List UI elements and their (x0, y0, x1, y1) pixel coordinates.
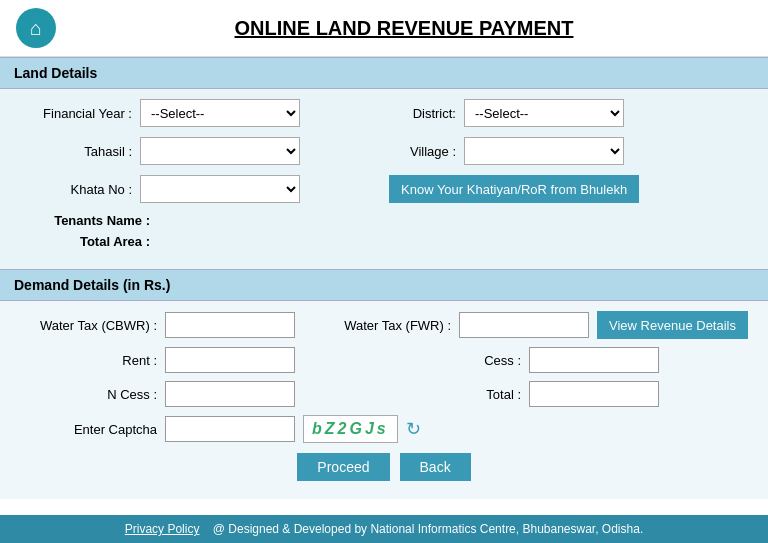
khata-col: Khata No : (20, 175, 379, 203)
demand-row-3: N Cess : Total : (20, 381, 748, 407)
land-row-2: Tahasil : Village : (20, 137, 748, 165)
cess-label: Cess : (384, 353, 529, 368)
water-tax-cbwr-input[interactable] (165, 312, 295, 338)
land-row-1: Financial Year : --Select-- District: --… (20, 99, 748, 127)
tenants-name-row: Tenants Name : (20, 213, 748, 228)
n-cess-col: N Cess : (20, 381, 384, 407)
header: ⌂ ONLINE LAND REVENUE PAYMENT (0, 0, 768, 57)
total-area-row: Total Area : (20, 234, 748, 249)
n-cess-label: N Cess : (20, 387, 165, 402)
demand-row-2: Rent : Cess : (20, 347, 748, 373)
financial-year-select[interactable]: --Select-- (140, 99, 300, 127)
rent-label: Rent : (20, 353, 165, 368)
action-row: Proceed Back (20, 453, 748, 481)
tenants-name-label: Tenants Name : (20, 213, 160, 228)
proceed-button[interactable]: Proceed (297, 453, 389, 481)
total-label: Total : (384, 387, 529, 402)
village-col: Village : (384, 137, 748, 165)
financial-year-col: Financial Year : --Select-- (20, 99, 384, 127)
district-select[interactable]: --Select-- (464, 99, 624, 127)
total-col: Total : (384, 381, 748, 407)
water-tax-fwr-input[interactable] (459, 312, 589, 338)
cess-input[interactable] (529, 347, 659, 373)
demand-row-1: Water Tax (CBWR) : Water Tax (FWR) : Vie… (20, 311, 748, 339)
captcha-label: Enter Captcha (20, 422, 165, 437)
financial-year-label: Financial Year : (20, 106, 140, 121)
view-revenue-button[interactable]: View Revenue Details (597, 311, 748, 339)
village-select[interactable] (464, 137, 624, 165)
demand-details-body: Water Tax (CBWR) : Water Tax (FWR) : Vie… (0, 301, 768, 499)
land-row-3: Khata No : Know Your Khatiyan/RoR from B… (20, 175, 748, 203)
cess-col: Cess : (384, 347, 748, 373)
n-cess-input[interactable] (165, 381, 295, 407)
total-area-label: Total Area : (20, 234, 160, 249)
demand-details-header: Demand Details (in Rs.) (0, 269, 768, 301)
land-details-body: Financial Year : --Select-- District: --… (0, 89, 768, 269)
privacy-policy-link[interactable]: Privacy Policy (125, 522, 200, 536)
captcha-image: bZ2GJs (303, 415, 398, 443)
footer-text: @ Designed & Developed by National Infor… (213, 522, 643, 536)
district-label: District: (384, 106, 464, 121)
rent-col: Rent : (20, 347, 384, 373)
total-input[interactable] (529, 381, 659, 407)
page-title: ONLINE LAND REVENUE PAYMENT (56, 17, 752, 40)
khata-label: Khata No : (20, 182, 140, 197)
rent-input[interactable] (165, 347, 295, 373)
captcha-row: Enter Captcha bZ2GJs ↻ (20, 415, 748, 443)
district-col: District: --Select-- (384, 99, 748, 127)
captcha-input[interactable] (165, 416, 295, 442)
land-details-header: Land Details (0, 57, 768, 89)
footer: Privacy Policy @ Designed & Developed by… (0, 515, 768, 543)
tahasil-label: Tahasil : (20, 144, 140, 159)
water-tax-fwr-label: Water Tax (FWR) : (314, 318, 459, 333)
demand-details-section: Demand Details (in Rs.) Water Tax (CBWR)… (0, 269, 768, 499)
khata-select[interactable] (140, 175, 300, 203)
tahasil-select[interactable] (140, 137, 300, 165)
home-icon[interactable]: ⌂ (16, 8, 56, 48)
water-tax-cbwr-label: Water Tax (CBWR) : (20, 318, 165, 333)
land-details-section: Land Details Financial Year : --Select--… (0, 57, 768, 269)
tahasil-col: Tahasil : (20, 137, 384, 165)
water-tax-cbwr-col: Water Tax (CBWR) : (20, 312, 314, 338)
back-button[interactable]: Back (400, 453, 471, 481)
bhulekh-button[interactable]: Know Your Khatiyan/RoR from Bhulekh (389, 175, 639, 203)
village-label: Village : (384, 144, 464, 159)
bhulekh-col: Know Your Khatiyan/RoR from Bhulekh (379, 175, 748, 203)
refresh-captcha-icon[interactable]: ↻ (406, 418, 421, 440)
water-tax-fwr-col: Water Tax (FWR) : View Revenue Details (314, 311, 748, 339)
